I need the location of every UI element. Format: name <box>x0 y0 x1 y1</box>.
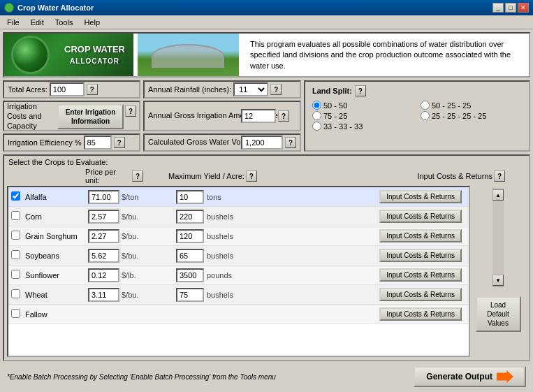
crop-alfalfa-name: Alfalfa <box>25 193 88 201</box>
vertical-scrollbar: ▲ ▼ <box>492 189 504 286</box>
calc-gross-label: Calculated Gross Water Volume: (ac-in) <box>148 138 239 147</box>
calc-gross-value: 1,200 <box>241 136 283 150</box>
crop-alfalfa-unit: $/ton <box>122 193 148 201</box>
crop-corn-costs-btn[interactable]: Input Costs & Returns <box>379 210 462 223</box>
crop-wheat-price[interactable] <box>88 288 119 302</box>
land-split-25-25-25-25-label: 25 - 25 - 25 - 25 <box>432 112 486 120</box>
enter-irrigation-button[interactable]: Enter IrrigationInformation <box>57 104 124 129</box>
crops-costs-header: Input Costs & Returns <box>417 172 492 180</box>
banner-description: This program evaluates all possible comb… <box>243 34 529 76</box>
crop-corn-price[interactable] <box>88 210 119 224</box>
table-row: Alfalfa $/ton tons Input Costs & Returns <box>8 187 469 207</box>
calc-gross-help[interactable]: ? <box>285 137 296 148</box>
land-split-50-50-label: 50 - 50 <box>323 101 347 110</box>
crop-fallow-check[interactable] <box>11 309 20 318</box>
irrigation-help[interactable]: ? <box>125 106 136 117</box>
window-controls: _ □ ✕ <box>492 3 529 13</box>
crop-sunflower-name: Sunflower <box>25 271 88 280</box>
crop-wheat-yield-unit: bushels <box>207 291 249 299</box>
crop-wheat-costs-btn[interactable]: Input Costs & Returns <box>379 288 462 301</box>
crop-alfalfa-yield-unit: tons <box>207 193 249 201</box>
crop-wheat-unit: $/bu. <box>122 291 148 299</box>
banner: CROP WATERALLOCATOR This program evaluat… <box>3 32 530 78</box>
crop-grainsorghum-check[interactable] <box>11 231 20 240</box>
crops-yield-header: Maximum Yield / Acre: <box>168 172 244 180</box>
crop-sunflower-check[interactable] <box>11 270 20 279</box>
crop-sunflower-yield[interactable] <box>176 268 204 282</box>
logo-text: CROP WATERALLOCATOR <box>64 44 125 66</box>
crop-alfalfa-price[interactable] <box>88 190 119 204</box>
crop-soybeans-price[interactable] <box>88 249 119 263</box>
annual-rainfall-help[interactable]: ? <box>270 84 282 95</box>
crop-alfalfa-check[interactable] <box>11 191 20 201</box>
banner-image <box>138 34 239 76</box>
menu-edit[interactable]: Edit <box>27 17 48 28</box>
crop-soybeans-yield[interactable] <box>176 249 204 263</box>
land-split-50-50[interactable] <box>312 101 321 110</box>
crop-alfalfa-yield[interactable] <box>176 190 204 204</box>
irr-eff-input[interactable] <box>84 136 112 150</box>
crops-costs-help[interactable]: ? <box>494 170 505 182</box>
crops-list: Alfalfa $/ton tons Input Costs & Returns… <box>7 186 470 357</box>
crop-wheat-name: Wheat <box>25 291 88 299</box>
logo-circle <box>11 36 50 74</box>
annual-gross-input[interactable] <box>241 109 276 123</box>
crop-soybeans-costs-btn[interactable]: Input Costs & Returns <box>379 249 462 262</box>
scroll-down-arrow[interactable]: ▼ <box>492 275 504 286</box>
annual-rainfall-select[interactable]: 11 12 13 <box>233 82 268 96</box>
crop-soybeans-check[interactable] <box>11 250 20 259</box>
crop-alfalfa-costs-btn[interactable]: Input Costs & Returns <box>379 190 462 203</box>
table-row: Corn $/bu. bushels Input Costs & Returns <box>8 207 469 226</box>
irr-eff-help[interactable]: ? <box>114 137 125 148</box>
land-split-33-33-33-label: 33 - 33 - 33 <box>323 122 363 131</box>
table-row: Wheat $/bu. bushels Input Costs & Return… <box>8 285 469 305</box>
close-button[interactable]: ✕ <box>518 3 529 13</box>
menu-tools[interactable]: Tools <box>51 17 78 28</box>
minimize-button[interactable]: _ <box>492 3 504 13</box>
maximize-button[interactable]: □ <box>505 3 516 13</box>
crop-fallow-costs-btn[interactable]: Input Costs & Returns <box>379 307 462 321</box>
crop-soybeans-name: Soybeans <box>25 252 88 260</box>
crop-wheat-check[interactable] <box>11 289 20 298</box>
crop-sunflower-price[interactable] <box>88 268 119 282</box>
table-row: Soybeans $/bu. bushels Input Costs & Ret… <box>8 246 469 266</box>
crop-fallow-name: Fallow <box>25 310 88 319</box>
crop-wheat-yield[interactable] <box>176 288 204 302</box>
menu-help[interactable]: Help <box>80 17 104 28</box>
crop-grainsorghum-name: Grain Sorghum <box>25 232 88 240</box>
irr-eff-label: Irrigation Efficiency % <box>8 138 82 147</box>
crop-corn-check[interactable] <box>11 211 20 220</box>
total-acres-input[interactable] <box>50 82 85 96</box>
crop-grainsorghum-price[interactable] <box>88 229 119 243</box>
menu-bar: File Edit Tools Help <box>0 15 533 29</box>
crop-grainsorghum-yield[interactable] <box>176 229 204 243</box>
land-split-50-25-25[interactable] <box>421 101 430 110</box>
title-bar: Crop Water Allocator _ □ ✕ <box>0 0 533 15</box>
land-split-33-33-33[interactable] <box>312 122 321 131</box>
load-default-button[interactable]: LoadDefaultValues <box>476 296 521 332</box>
land-split-75-25[interactable] <box>312 111 321 120</box>
annual-gross-help[interactable]: ? <box>278 110 289 122</box>
crops-price-help[interactable]: ? <box>132 170 143 182</box>
land-split-25-25-25-25[interactable] <box>421 111 430 120</box>
banner-logo: CROP WATERALLOCATOR <box>4 34 133 76</box>
generate-arrow-icon <box>497 370 513 383</box>
total-acres-help[interactable]: ? <box>87 84 98 95</box>
generate-output-button[interactable]: Generate Output <box>414 366 526 387</box>
irrigation-costs-label: Irrigation Costs and Capacity <box>7 104 56 128</box>
crops-yield-help[interactable]: ? <box>246 170 257 182</box>
land-split-label: Land Split: <box>312 87 352 95</box>
crop-grainsorghum-costs-btn[interactable]: Input Costs & Returns <box>379 229 462 242</box>
land-split-help[interactable]: ? <box>355 85 366 96</box>
crop-grainsorghum-unit: $/bu. <box>122 232 148 240</box>
total-acres-label: Total Acres: <box>8 85 48 94</box>
scroll-up-arrow[interactable]: ▲ <box>492 189 504 201</box>
land-split-50-25-25-label: 50 - 25 - 25 <box>432 101 471 110</box>
crop-grainsorghum-yield-unit: bushels <box>207 232 249 240</box>
table-row: Sunflower $/lb. pounds Input Costs & Ret… <box>8 266 469 285</box>
crop-corn-yield-unit: bushels <box>207 212 249 221</box>
main-window: CROP WATERALLOCATOR This program evaluat… <box>0 29 533 392</box>
crop-sunflower-costs-btn[interactable]: Input Costs & Returns <box>379 268 462 282</box>
crop-corn-yield[interactable] <box>176 210 204 224</box>
menu-file[interactable]: File <box>3 17 24 28</box>
